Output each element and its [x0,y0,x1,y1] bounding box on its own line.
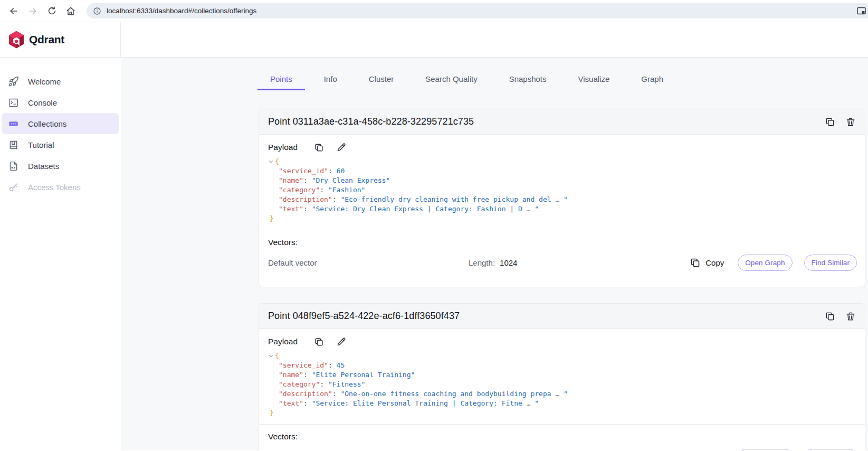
qdrant-logo[interactable]: Qdrant [0,22,121,57]
sidebar-item-tutorial[interactable]: Tutorial [2,134,119,155]
vector-row: Default vector Length: 1024 Copy Open Gr… [268,449,857,450]
browser-toolbar: localhost:6333/dashboard#/collections/of… [0,0,868,22]
terminal-icon [7,97,19,108]
sidebar-item-collections[interactable]: Collections [2,113,119,134]
copy-vector-icon [690,257,701,268]
sidebar-item-label: Datasets [28,162,59,171]
tab-visualize[interactable]: Visualize [566,67,623,90]
json-field: nameElite Personal Training [279,370,857,380]
json-field: service_id45 [279,361,857,370]
app-header: Qdrant [0,22,868,58]
book-icon [7,139,19,151]
copy-point-icon[interactable] [824,311,836,322]
json-close-brace: } [270,409,274,417]
point-card: Point 048f9ef5-a524-422e-acf6-1dff3650f4… [259,303,865,450]
payload-label: Payload [268,143,298,152]
copy-vector-label: Copy [705,258,724,267]
tab-points[interactable]: Points [257,67,305,90]
sidebar-item-label: Console [28,98,57,107]
url-text[interactable]: localhost:6333/dashboard#/collections/of… [107,7,256,15]
payload-header: Payload [268,336,857,347]
edit-payload-icon[interactable] [336,336,347,347]
delete-point-icon[interactable] [845,116,856,128]
copy-point-icon[interactable] [824,116,836,128]
collapse-chevron-icon[interactable] [269,354,274,358]
vectors-label: Vectors: [268,238,857,247]
point-card-header: Point 0311a3ae-c31a-458c-b228-32295721c7… [259,109,865,135]
sidebar-item-label: Access Tokens [28,183,81,192]
json-close-brace: } [270,214,274,222]
find-similar-button[interactable]: Find Similar [804,255,857,271]
url-bar[interactable]: localhost:6333/dashboard#/collections/of… [87,3,868,18]
payload-json: { service_id60 nameDry Clean Express cat… [269,157,857,223]
sidebar-item-label: Welcome [28,77,61,86]
json-field: categoryFashion [279,185,857,195]
json-open-brace: { [275,157,279,166]
collapse-chevron-icon[interactable] [269,160,274,164]
key-icon [7,181,19,193]
find-similar-button[interactable]: Find Similar [804,449,857,450]
sidebar-item-console[interactable]: Console [2,92,119,113]
copy-payload-icon[interactable] [313,142,324,153]
qdrant-logo-text: Qdrant [29,33,64,46]
payload-header: Payload [268,142,857,153]
point-card: Point 0311a3ae-c31a-458c-b228-32295721c7… [259,109,865,287]
json-field: descriptionEco-friendly dry cleaning wit… [279,195,857,204]
home-icon [65,6,76,16]
home-button[interactable] [62,3,79,20]
payload-json: { service_id45 nameElite Personal Traini… [269,351,857,418]
sidebar-item-access-tokens[interactable]: Access Tokens [2,176,119,198]
sidebar-item-welcome[interactable]: Welcome [2,71,119,92]
point-title: Point 048f9ef5-a524-422e-acf6-1dff3650f4… [268,311,815,322]
json-field: nameDry Clean Express [279,176,857,185]
point-card-header: Point 048f9ef5-a524-422e-acf6-1dff3650f4… [259,304,865,329]
vector-length-value: 1024 [500,258,517,267]
payload-label: Payload [268,337,298,346]
json-field: descriptionOne-on-one fitness coaching a… [279,389,857,399]
divider [259,424,865,425]
collections-icon [7,118,19,129]
qdrant-logo-icon [8,31,24,49]
forward-arrow-icon [27,6,38,16]
delete-point-icon[interactable] [845,311,856,322]
back-arrow-icon [8,6,19,16]
forward-button[interactable] [24,3,41,20]
copy-payload-icon[interactable] [313,336,324,347]
json-field: textService: Elite Personal Training | C… [279,399,857,408]
reload-icon [47,6,57,16]
tab-snapshots[interactable]: Snapshots [497,67,559,90]
tab-info[interactable]: Info [311,67,350,90]
sidebar-item-label: Tutorial [28,140,54,149]
collection-tabs: Points Info Cluster Search Quality Snaps… [121,58,868,90]
tab-graph[interactable]: Graph [628,67,676,90]
point-title: Point 0311a3ae-c31a-458c-b228-32295721c7… [268,116,815,127]
rocket-icon [7,76,19,87]
tab-search-quality[interactable]: Search Quality [413,67,490,90]
json-open-brace: { [275,351,279,361]
sidebar-item-label: Collections [28,119,66,128]
vector-name: Default vector [268,258,469,267]
vectors-label: Vectors: [268,432,857,441]
reload-button[interactable] [43,3,60,20]
copy-vector-button[interactable]: Copy [690,257,724,268]
main-content: Points Info Cluster Search Quality Snaps… [121,58,868,450]
vector-length-label: Length: [469,258,495,267]
back-button[interactable] [5,3,22,20]
divider [259,230,865,230]
open-graph-button[interactable]: Open Graph [738,255,792,271]
side-panel-icon[interactable] [857,7,866,15]
tab-cluster[interactable]: Cluster [356,67,407,90]
json-field: categoryFitness [279,380,857,389]
sidebar-item-datasets[interactable]: Datasets [2,155,119,176]
edit-payload-icon[interactable] [336,142,347,153]
site-info-icon[interactable] [93,7,101,15]
open-graph-button[interactable]: Open Graph [738,449,792,450]
vector-row: Default vector Length: 1024 Copy Open Gr… [268,255,857,271]
json-field: textService: Dry Clean Express | Categor… [279,204,857,214]
file-icon [7,160,19,172]
sidebar: Welcome Console Collections Tutorial Dat… [0,58,121,450]
json-field: service_id60 [279,166,857,176]
